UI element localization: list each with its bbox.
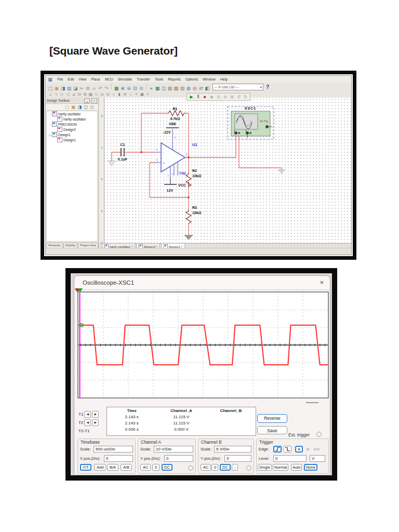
- new-sheet-icon[interactable]: ▢: [64, 104, 70, 110]
- close-design-icon[interactable]: ◫: [83, 104, 89, 110]
- zoom-area-icon[interactable]: ⊡: [132, 85, 138, 91]
- terminal-b-minus[interactable]: [249, 132, 251, 134]
- tree-item-design2[interactable]: Design2: [47, 127, 97, 132]
- channel-a-dc-button[interactable]: DC: [162, 464, 172, 471]
- channel-b-ypos-field[interactable]: 0: [224, 455, 251, 462]
- oscilloscope-instrument-xsc1[interactable]: XSC1 Ext Trig A B: [228, 107, 274, 139]
- oscilloscope-titlebar[interactable]: Oscilloscope-XSC1: [74, 276, 330, 290]
- channel-a-scale-field[interactable]: 10 V/Div: [154, 446, 193, 453]
- place-indicator-icon[interactable]: ◎: [99, 91, 105, 98]
- new-icon[interactable]: ▢: [47, 85, 54, 91]
- tree-expander-icon[interactable]: −: [48, 123, 52, 126]
- place-transistor-icon[interactable]: ◁: [65, 91, 71, 98]
- trigger-single-button[interactable]: Single: [258, 464, 272, 471]
- open-design-icon[interactable]: ▣: [70, 104, 76, 110]
- timebase-mode-yt-button[interactable]: Y/T: [80, 464, 91, 471]
- postprocessor-icon[interactable]: ▥: [179, 85, 185, 91]
- reset-icon[interactable]: ↺: [235, 94, 242, 100]
- place-diode-icon[interactable]: ▷: [59, 91, 65, 98]
- timebase-xpos-field[interactable]: 0: [104, 455, 133, 462]
- channel-a-ypos-field[interactable]: 0: [164, 455, 193, 462]
- help-button[interactable]: ?: [266, 84, 269, 90]
- breakpoint-icon[interactable]: ⊞: [229, 94, 235, 100]
- menu-view[interactable]: View: [78, 77, 86, 81]
- zoom-in-icon[interactable]: ⊕: [119, 85, 126, 91]
- find-icon[interactable]: ⌖: [148, 85, 154, 91]
- scope-scrollbar-thumb[interactable]: [306, 402, 318, 403]
- schematic-draw-area[interactable]: BCDEF: [100, 98, 352, 243]
- redo-icon[interactable]: ↷: [103, 85, 110, 91]
- menu-transfer[interactable]: Transfer: [137, 77, 150, 81]
- terminal-b-plus[interactable]: [246, 132, 249, 135]
- place-basic-icon[interactable]: ∿: [54, 91, 59, 98]
- paste-icon[interactable]: ▱: [91, 85, 97, 91]
- tree-expander-icon[interactable]: −: [48, 112, 52, 115]
- place-digital-icon[interactable]: ▦: [88, 91, 94, 98]
- database-manager-icon[interactable]: ◫: [161, 85, 167, 91]
- place-rf-icon[interactable]: ≋: [122, 91, 128, 98]
- trigger-source-b-button[interactable]: B: [307, 447, 309, 451]
- save-icon[interactable]: ◨: [60, 85, 66, 91]
- t2-right-button[interactable]: ▶: [92, 419, 99, 426]
- zoom-fit-icon[interactable]: ⊙: [138, 85, 144, 91]
- channel-a-ac-button[interactable]: AC: [140, 464, 151, 471]
- copy-icon[interactable]: ⧉: [85, 85, 91, 91]
- spreadsheet-view-icon[interactable]: ▦: [154, 85, 161, 91]
- menu-options[interactable]: Options: [185, 77, 198, 81]
- instrument-menu-icon[interactable]: ◍: [185, 85, 192, 91]
- channel-b-zero-button[interactable]: 0: [211, 464, 218, 471]
- tree-expander-icon[interactable]: ▷: [48, 133, 52, 137]
- menu-mcu[interactable]: MCU: [105, 77, 113, 81]
- place-power-icon[interactable]: Ω: [105, 91, 111, 98]
- resistor-r2[interactable]: [186, 172, 191, 187]
- close-icon[interactable]: ×: [320, 278, 324, 286]
- channel-b-scale-field[interactable]: 5 V/Div: [214, 446, 251, 453]
- edge-rising-button[interactable]: [273, 446, 282, 453]
- place-analog-icon[interactable]: ⊿: [71, 91, 76, 98]
- tree-item-design1[interactable]: Design1: [47, 137, 97, 142]
- reverse-button[interactable]: Reverse: [257, 414, 287, 423]
- save-button[interactable]: Save: [257, 426, 287, 434]
- place-misc-icon[interactable]: ○: [111, 91, 116, 98]
- timebase-mode-ab-button[interactable]: A/B: [121, 464, 132, 471]
- in-use-list-dropdown[interactable]: --- In Use List --- ▾: [212, 84, 263, 90]
- menu-file[interactable]: File: [57, 77, 63, 81]
- place-source-icon[interactable]: ⊥: [48, 91, 54, 98]
- timebase-mode-ba-button[interactable]: B/A: [107, 464, 118, 471]
- t1-right-button[interactable]: ▶: [92, 411, 99, 418]
- loop-icon[interactable]: ↻: [242, 94, 249, 100]
- timebase-mode-add-button[interactable]: Add: [94, 464, 106, 471]
- step-over-icon[interactable]: ⊡: [215, 94, 222, 100]
- capacitor-c1[interactable]: [121, 148, 124, 156]
- trigger-level-unit-field[interactable]: V: [310, 455, 325, 462]
- place-peripherals-icon[interactable]: ▮: [116, 91, 122, 98]
- tree-item-hartly-oscillator[interactable]: −hartly oscillator: [47, 111, 97, 116]
- tree-item-precision[interactable]: −PRECISION: [47, 122, 97, 127]
- back-annotate-icon[interactable]: ⇄: [198, 85, 204, 91]
- schematic-canvas[interactable]: BCDEF: [100, 98, 352, 249]
- run-icon[interactable]: ▶: [188, 94, 195, 100]
- stop-icon[interactable]: ■: [202, 94, 208, 100]
- place-electromech-icon[interactable]: ⌂: [128, 91, 134, 98]
- channel-b-ac-button[interactable]: AC: [201, 464, 211, 471]
- channel-b-dc-button[interactable]: DC: [220, 464, 231, 471]
- trigger-normal-button[interactable]: Normal: [273, 464, 288, 471]
- place-connector-icon[interactable]: ≡: [134, 91, 139, 98]
- place-mcu-icon[interactable]: ▣: [139, 91, 145, 98]
- zoom-restore-icon[interactable]: ▩: [113, 85, 119, 91]
- ext-trigger-radio[interactable]: [316, 432, 322, 437]
- hierarchy-view-icon[interactable]: ▧: [167, 85, 173, 91]
- zoom-out-icon[interactable]: ⊖: [126, 85, 132, 91]
- trigger-auto-button[interactable]: Auto: [291, 464, 302, 471]
- t2-left-button[interactable]: ◀: [84, 419, 91, 426]
- terminal-ext-trig[interactable]: [266, 126, 269, 128]
- tree-item-design1[interactable]: ▷Design1: [47, 132, 97, 137]
- erc-icon[interactable]: ◎: [192, 85, 198, 91]
- edge-falling-button[interactable]: [283, 446, 291, 453]
- place-mixed-icon[interactable]: ◇: [94, 91, 99, 98]
- pause-icon[interactable]: Ⅱ: [195, 94, 202, 100]
- undo-icon[interactable]: ↶: [97, 85, 103, 91]
- cut-icon[interactable]: ✂: [78, 85, 85, 91]
- open-icon[interactable]: ▣: [54, 85, 60, 91]
- minimize-icon[interactable]: ▁: [84, 98, 90, 103]
